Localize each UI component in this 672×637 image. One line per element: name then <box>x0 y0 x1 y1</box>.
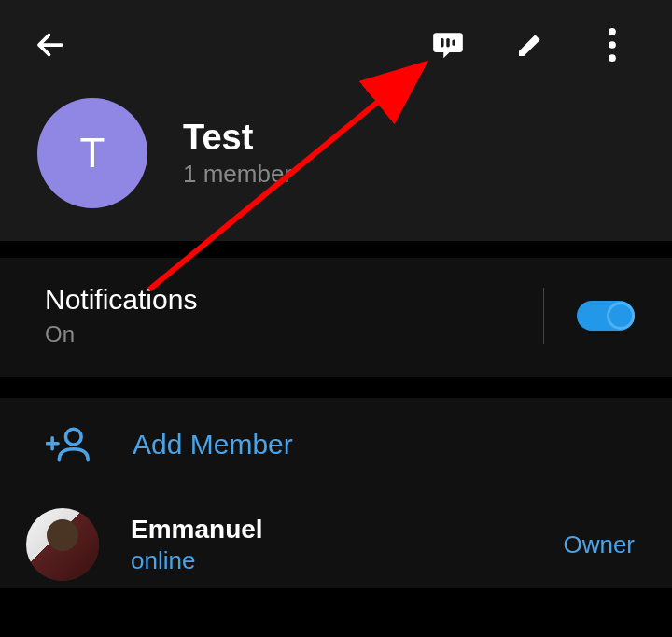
notifications-row[interactable]: Notifications On <box>0 258 672 377</box>
add-member-label: Add Member <box>133 429 293 460</box>
group-avatar-letter: T <box>80 130 105 177</box>
svg-point-5 <box>609 54 616 62</box>
voice-chat-icon <box>430 27 466 63</box>
notifications-value: On <box>45 321 543 347</box>
arrow-left-icon <box>34 28 67 62</box>
svg-rect-2 <box>452 39 455 45</box>
member-status: online <box>131 546 563 575</box>
add-member-icon-wrap <box>45 426 93 463</box>
more-button[interactable] <box>581 22 644 67</box>
svg-rect-0 <box>441 37 443 47</box>
member-avatar <box>26 508 99 581</box>
edit-button[interactable] <box>498 22 562 67</box>
toggle-knob <box>607 302 635 330</box>
svg-point-4 <box>609 41 616 49</box>
svg-rect-1 <box>446 37 449 47</box>
group-avatar[interactable]: T <box>37 98 147 208</box>
voice-chat-button[interactable] <box>416 22 480 67</box>
add-person-icon <box>46 426 92 463</box>
member-details: Emmanuel online <box>131 515 563 575</box>
group-details: Test 1 member <box>183 118 292 189</box>
member-name: Emmanuel <box>131 515 563 545</box>
group-name: Test <box>183 118 292 158</box>
svg-point-6 <box>65 429 81 445</box>
member-row[interactable]: Emmanuel online Owner <box>0 491 672 588</box>
divider <box>543 288 544 344</box>
pencil-icon <box>515 30 545 60</box>
more-vertical-icon <box>609 28 616 62</box>
back-button[interactable] <box>28 22 73 67</box>
notifications-label: Notifications <box>45 284 543 316</box>
header-section: T Test 1 member <box>0 0 672 241</box>
svg-point-3 <box>609 28 616 35</box>
member-role: Owner <box>563 531 635 559</box>
add-member-button[interactable]: Add Member <box>0 398 672 491</box>
notifications-text: Notifications On <box>45 284 543 347</box>
toolbar <box>0 0 672 89</box>
group-member-count: 1 member <box>183 160 292 189</box>
notifications-toggle[interactable] <box>577 301 635 331</box>
group-info: T Test 1 member <box>0 89 672 241</box>
members-section: Add Member Emmanuel online Owner <box>0 398 672 588</box>
avatar-image <box>26 508 99 581</box>
